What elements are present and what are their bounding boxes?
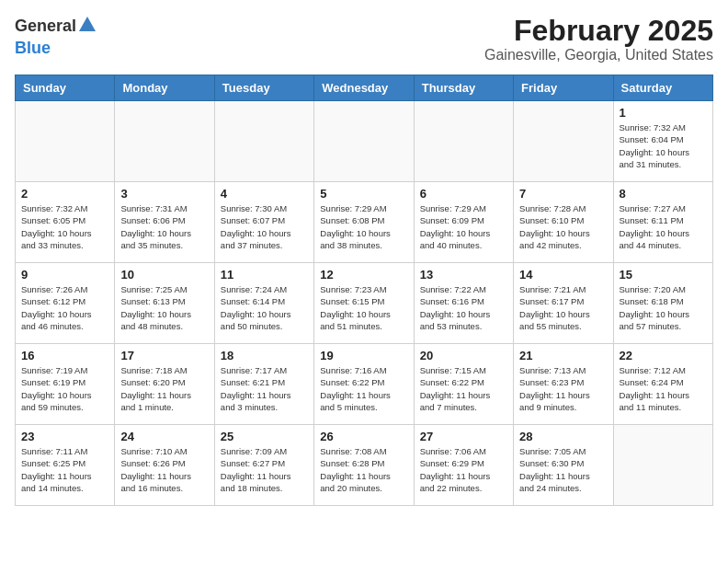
table-row	[314, 101, 414, 182]
table-row: 27Sunrise: 7:06 AMSunset: 6:29 PMDayligh…	[414, 425, 513, 506]
day-info: Sunrise: 7:27 AMSunset: 6:11 PMDaylight:…	[620, 202, 707, 251]
day-number: 21	[519, 349, 607, 362]
table-row: 28Sunrise: 7:05 AMSunset: 6:30 PMDayligh…	[514, 425, 613, 506]
table-row: 25Sunrise: 7:09 AMSunset: 6:27 PMDayligh…	[214, 425, 313, 506]
logo-general-text: General	[15, 17, 76, 35]
table-row: 18Sunrise: 7:17 AMSunset: 6:21 PMDayligh…	[214, 344, 313, 425]
day-info: Sunrise: 7:25 AMSunset: 6:13 PMDaylight:…	[120, 283, 208, 332]
table-row: 13Sunrise: 7:22 AMSunset: 6:16 PMDayligh…	[414, 263, 513, 344]
day-number: 19	[320, 349, 407, 362]
table-row	[16, 101, 115, 182]
day-info: Sunrise: 7:29 AMSunset: 6:08 PMDaylight:…	[320, 202, 407, 251]
logo: General Blue	[15, 15, 98, 58]
day-number: 8	[620, 187, 707, 201]
table-row: 11Sunrise: 7:24 AMSunset: 6:14 PMDayligh…	[214, 263, 313, 344]
table-row: 10Sunrise: 7:25 AMSunset: 6:13 PMDayligh…	[115, 263, 214, 344]
day-info: Sunrise: 7:12 AMSunset: 6:24 PMDaylight:…	[620, 364, 707, 413]
day-info: Sunrise: 7:16 AMSunset: 6:22 PMDaylight:…	[320, 364, 407, 413]
table-row: 6Sunrise: 7:29 AMSunset: 6:09 PMDaylight…	[414, 182, 513, 263]
header-friday: Friday	[514, 75, 613, 101]
day-info: Sunrise: 7:23 AMSunset: 6:15 PMDaylight:…	[320, 283, 407, 332]
header-thursday: Thursday	[414, 75, 513, 101]
table-row: 19Sunrise: 7:16 AMSunset: 6:22 PMDayligh…	[314, 344, 414, 425]
day-number: 5	[320, 187, 407, 201]
table-row: 15Sunrise: 7:20 AMSunset: 6:18 PMDayligh…	[613, 263, 712, 344]
day-info: Sunrise: 7:30 AMSunset: 6:07 PMDaylight:…	[221, 202, 308, 251]
day-info: Sunrise: 7:32 AMSunset: 6:05 PMDaylight:…	[21, 202, 108, 251]
table-row: 23Sunrise: 7:11 AMSunset: 6:25 PMDayligh…	[16, 425, 115, 506]
calendar-week-row: 2Sunrise: 7:32 AMSunset: 6:05 PMDaylight…	[16, 182, 713, 263]
header-saturday: Saturday	[613, 75, 712, 101]
table-row	[414, 101, 513, 182]
header-wednesday: Wednesday	[314, 75, 414, 101]
day-number: 4	[221, 187, 308, 201]
calendar-week-row: 23Sunrise: 7:11 AMSunset: 6:25 PMDayligh…	[16, 425, 713, 506]
day-info: Sunrise: 7:22 AMSunset: 6:16 PMDaylight:…	[420, 283, 507, 332]
day-info: Sunrise: 7:24 AMSunset: 6:14 PMDaylight:…	[221, 283, 308, 332]
header-tuesday: Tuesday	[214, 75, 313, 101]
day-number: 20	[420, 349, 507, 362]
day-info: Sunrise: 7:29 AMSunset: 6:09 PMDaylight:…	[420, 202, 507, 251]
day-info: Sunrise: 7:06 AMSunset: 6:29 PMDaylight:…	[420, 445, 507, 494]
day-info: Sunrise: 7:17 AMSunset: 6:21 PMDaylight:…	[221, 364, 308, 413]
logo-icon	[77, 15, 97, 40]
day-number: 12	[320, 268, 407, 282]
table-row: 21Sunrise: 7:13 AMSunset: 6:23 PMDayligh…	[514, 344, 613, 425]
calendar-title: February 2025	[484, 15, 713, 47]
day-number: 22	[620, 349, 707, 362]
day-number: 14	[519, 268, 607, 282]
table-row: 3Sunrise: 7:31 AMSunset: 6:06 PMDaylight…	[115, 182, 214, 263]
day-info: Sunrise: 7:26 AMSunset: 6:12 PMDaylight:…	[21, 283, 108, 332]
day-info: Sunrise: 7:32 AMSunset: 6:04 PMDaylight:…	[620, 121, 707, 170]
svg-marker-0	[79, 17, 96, 31]
day-number: 17	[120, 349, 208, 362]
calendar-table: Sunday Monday Tuesday Wednesday Thursday…	[15, 75, 713, 506]
title-area: February 2025 Gainesville, Georgia, Unit…	[484, 15, 713, 63]
day-number: 2	[21, 187, 108, 201]
day-info: Sunrise: 7:10 AMSunset: 6:26 PMDaylight:…	[120, 445, 208, 494]
table-row	[514, 101, 613, 182]
day-number: 15	[620, 268, 707, 282]
table-row	[613, 425, 712, 506]
header: General Blue February 2025 Gainesville, …	[15, 15, 713, 63]
table-row: 26Sunrise: 7:08 AMSunset: 6:28 PMDayligh…	[314, 425, 414, 506]
day-number: 11	[221, 268, 308, 282]
table-row	[115, 101, 214, 182]
day-number: 9	[21, 268, 108, 282]
table-row: 17Sunrise: 7:18 AMSunset: 6:20 PMDayligh…	[115, 344, 214, 425]
day-number: 18	[221, 349, 308, 362]
day-number: 7	[519, 187, 607, 201]
day-number: 23	[21, 430, 108, 443]
header-sunday: Sunday	[16, 75, 115, 101]
day-info: Sunrise: 7:08 AMSunset: 6:28 PMDaylight:…	[320, 445, 407, 494]
table-row: 14Sunrise: 7:21 AMSunset: 6:17 PMDayligh…	[514, 263, 613, 344]
day-info: Sunrise: 7:11 AMSunset: 6:25 PMDaylight:…	[21, 445, 108, 494]
table-row: 24Sunrise: 7:10 AMSunset: 6:26 PMDayligh…	[115, 425, 214, 506]
day-number: 26	[320, 430, 407, 443]
day-info: Sunrise: 7:15 AMSunset: 6:22 PMDaylight:…	[420, 364, 507, 413]
table-row: 1Sunrise: 7:32 AMSunset: 6:04 PMDaylight…	[613, 101, 712, 182]
day-number: 3	[120, 187, 208, 201]
table-row: 20Sunrise: 7:15 AMSunset: 6:22 PMDayligh…	[414, 344, 513, 425]
table-row: 2Sunrise: 7:32 AMSunset: 6:05 PMDaylight…	[16, 182, 115, 263]
table-row	[214, 101, 313, 182]
logo-blue-text: Blue	[15, 39, 51, 57]
day-info: Sunrise: 7:20 AMSunset: 6:18 PMDaylight:…	[620, 283, 707, 332]
day-number: 28	[519, 430, 607, 443]
day-info: Sunrise: 7:09 AMSunset: 6:27 PMDaylight:…	[221, 445, 308, 494]
day-info: Sunrise: 7:31 AMSunset: 6:06 PMDaylight:…	[120, 202, 208, 251]
day-number: 16	[21, 349, 108, 362]
day-number: 1	[620, 106, 707, 120]
table-row: 16Sunrise: 7:19 AMSunset: 6:19 PMDayligh…	[16, 344, 115, 425]
table-row: 4Sunrise: 7:30 AMSunset: 6:07 PMDaylight…	[214, 182, 313, 263]
day-number: 6	[420, 187, 507, 201]
day-number: 25	[221, 430, 308, 443]
table-row: 12Sunrise: 7:23 AMSunset: 6:15 PMDayligh…	[314, 263, 414, 344]
weekday-header-row: Sunday Monday Tuesday Wednesday Thursday…	[16, 75, 713, 101]
day-number: 10	[120, 268, 208, 282]
table-row: 22Sunrise: 7:12 AMSunset: 6:24 PMDayligh…	[613, 344, 712, 425]
calendar-week-row: 9Sunrise: 7:26 AMSunset: 6:12 PMDaylight…	[16, 263, 713, 344]
table-row: 8Sunrise: 7:27 AMSunset: 6:11 PMDaylight…	[613, 182, 712, 263]
page: General Blue February 2025 Gainesville, …	[0, 0, 728, 521]
day-info: Sunrise: 7:19 AMSunset: 6:19 PMDaylight:…	[21, 364, 108, 413]
